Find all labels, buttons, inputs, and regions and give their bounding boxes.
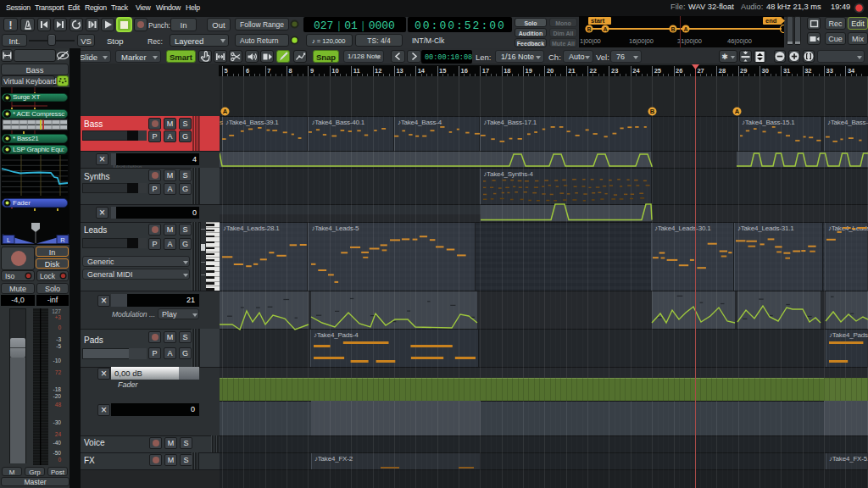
svg-text:A: A [222, 108, 227, 115]
svg-text:L: L [7, 236, 10, 244]
svg-text:B: B [649, 108, 654, 115]
svg-text:R: R [60, 236, 65, 244]
svg-text:!: ! [9, 19, 13, 30]
svg-text:A: A [734, 108, 739, 115]
